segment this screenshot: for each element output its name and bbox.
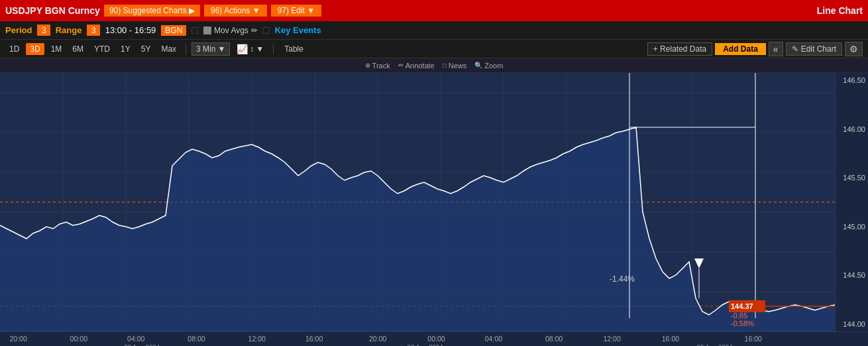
add-data-button[interactable]: Add Data (715, 43, 766, 55)
annotate-button[interactable]: ✏ Annotate (398, 62, 435, 70)
chart-line-icon[interactable]: 📈 ↕ ▼ (233, 42, 268, 56)
x-time-5: 12:00 (248, 334, 266, 342)
edit-chart-button[interactable]: ✎ Edit Chart (786, 42, 842, 56)
period-btn-3d[interactable]: 3D (26, 43, 44, 55)
table-button[interactable]: Table (279, 43, 309, 55)
x-time-2: 00:00 (70, 334, 87, 342)
y-label-1: 146.50 (838, 76, 865, 84)
ticker-label: USDJPY BGN Curncy (5, 5, 100, 16)
period-label: Period (5, 25, 32, 35)
chart-svg[interactable]: -1.44% 144.37 -0.85 -0.58% (0, 73, 835, 331)
arrow-down-icon (694, 259, 704, 268)
track-icon: ⊕ (365, 62, 370, 69)
y-axis: 146.50 146.00 145.50 145.00 144.50 144.0… (835, 73, 868, 331)
x-date-3: 25 Aug 2024 (697, 343, 733, 346)
period-btn-ytd[interactable]: YTD (90, 43, 114, 55)
x-time-4: 08:00 (188, 334, 205, 342)
collapse-button[interactable]: « (769, 42, 783, 56)
period-btn-1m[interactable]: 1M (47, 43, 66, 55)
related-data-button[interactable]: + Related Data (647, 42, 712, 56)
x-time-10: 08:00 (545, 334, 563, 342)
current-price-label: 144.37 (731, 302, 753, 310)
interval-label: 3 Min (196, 44, 215, 54)
news-button[interactable]: □ News (443, 62, 467, 70)
x-axis-svg: 20:00 00:00 04:00 08:00 12:00 16:00 20:0… (0, 332, 802, 347)
range-value[interactable]: 3 (87, 25, 99, 36)
time-range: 13:00 - 16:59 (105, 25, 156, 35)
suggested-charts-button[interactable]: 90) Suggested Charts ▶ (104, 5, 200, 17)
period-btn-max[interactable]: Max (157, 43, 180, 55)
period-btn-1y[interactable]: 1Y (117, 43, 135, 55)
settings-button[interactable]: ⚙ (845, 42, 863, 56)
x-date-2: 23 Aug 2024 (407, 343, 443, 346)
x-time-12: 16:00 (662, 334, 679, 342)
change-pct-label: -0.58% (731, 319, 754, 327)
chart-type-label: Line Chart (817, 5, 863, 16)
y-label-6: 144.00 (838, 320, 865, 328)
sub-toolbar: ⊕ Track ✏ Annotate □ News 🔍 Zoom (0, 58, 868, 73)
zoom-button[interactable]: 🔍 Zoom (474, 62, 503, 70)
range-label: Range (56, 25, 82, 35)
period-value[interactable]: 3 (37, 25, 50, 36)
annotate-icon: ✏ (398, 62, 404, 69)
bgn-badge: BGN (161, 25, 186, 36)
chevron-down-icon: ▼ (217, 44, 225, 54)
x-time-9: 04:00 (485, 334, 502, 342)
y-label-3: 145.50 (838, 174, 865, 182)
chart-container[interactable]: -1.44% 144.37 -0.85 -0.58% 146.50 146.00… (0, 73, 868, 331)
track-button[interactable]: ⊕ Track (365, 62, 390, 70)
news-icon: □ (443, 62, 447, 69)
y-label-4: 145.00 (838, 223, 865, 231)
edit-button[interactable]: 97) Edit ▼ (271, 5, 322, 17)
pencil-icon: ✏ (251, 26, 258, 35)
x-axis: 20:00 00:00 04:00 08:00 12:00 16:00 20:0… (0, 331, 868, 346)
mov-avgs-checkbox[interactable] (203, 27, 211, 34)
top-bar: USDJPY BGN Curncy 90) Suggested Charts ▶… (0, 0, 868, 21)
period-btn-5y[interactable]: 5Y (137, 43, 155, 55)
x-date-1: 22 Aug 2024 (124, 343, 160, 346)
zoom-icon: 🔍 (474, 62, 482, 69)
x-time-3: 04:00 (127, 334, 144, 342)
x-time-11: 12:00 (603, 334, 620, 342)
second-bar: Period 3 Range 3 13:00 - 16:59 BGN □ Mov… (0, 21, 868, 40)
period-btn-6m[interactable]: 6M (68, 43, 87, 55)
annotation-pct-label: -1.44% (610, 274, 635, 284)
actions-button[interactable]: 96) Actions ▼ (204, 5, 267, 17)
interval-button[interactable]: 3 Min ▼ (191, 42, 230, 56)
x-time-13: 16:00 (745, 334, 762, 342)
divider (186, 44, 186, 54)
key-events-toggle[interactable]: Key Events (275, 25, 321, 35)
pencil-edit-icon: ✎ (792, 44, 798, 54)
third-bar: 1D 3D 1M 6M YTD 1Y 5Y Max 3 Min ▼ 📈 ↕ ▼ … (0, 40, 868, 58)
x-time-7: 20:00 (369, 334, 386, 342)
x-time-6: 16:00 (305, 334, 323, 342)
y-label-2: 146.00 (838, 125, 865, 133)
change-val-label: -0.85 (731, 312, 747, 319)
divider2 (273, 44, 274, 54)
x-time-1: 20:00 (9, 334, 27, 342)
mov-avgs-toggle[interactable]: Mov Avgs ✏ (203, 26, 258, 35)
y-label-5: 144.50 (838, 271, 865, 279)
x-time-8: 00:00 (427, 334, 445, 342)
period-btn-1d[interactable]: 1D (5, 43, 23, 55)
